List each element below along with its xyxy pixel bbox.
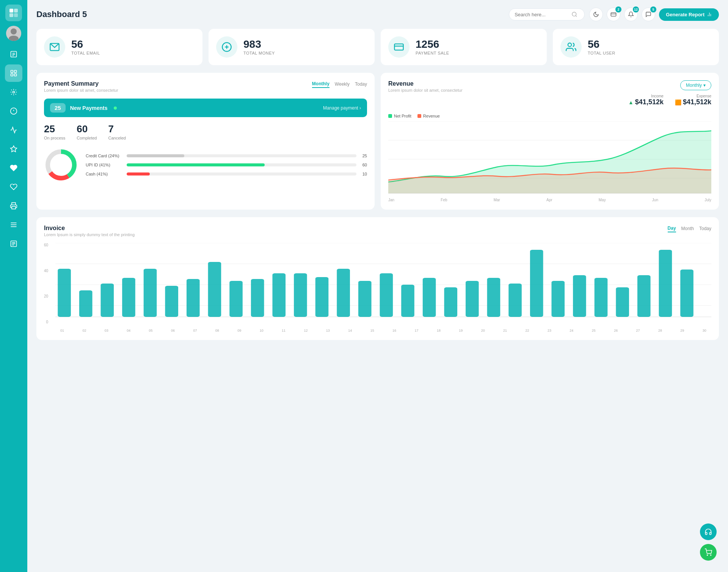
- sidebar-item-favorites[interactable]: [5, 140, 22, 158]
- metrics-row: 25 On process 60 Completed 7 Canceled: [44, 123, 367, 140]
- invoice-tab-today[interactable]: Today: [699, 225, 711, 232]
- svg-marker-18: [11, 146, 17, 152]
- svg-rect-72: [444, 287, 457, 317]
- svg-rect-62: [229, 281, 243, 317]
- invoice-chart-wrapper: 60 40 20 0: [44, 243, 711, 332]
- svg-rect-79: [595, 278, 608, 317]
- invoice-subtitle: Lorem Ipsum is simply dummy text of the …: [44, 232, 135, 237]
- cash-fill: [127, 172, 150, 176]
- email-icon: [44, 36, 65, 58]
- search-input[interactable]: [515, 12, 571, 17]
- cart-float-button[interactable]: [700, 544, 717, 561]
- headset-icon: [704, 528, 712, 536]
- svg-rect-75: [508, 284, 522, 317]
- svg-point-5: [9, 36, 19, 41]
- invoice-chart-svg: [55, 243, 711, 326]
- chat-button[interactable]: 5: [642, 8, 655, 21]
- svg-rect-76: [530, 250, 543, 317]
- cash-value: 10: [359, 172, 367, 176]
- new-payments-count: 25: [50, 103, 66, 113]
- svg-rect-61: [208, 262, 221, 317]
- svg-rect-57: [122, 278, 135, 317]
- wallet-icon: [610, 11, 617, 17]
- sidebar-item-settings[interactable]: [5, 83, 22, 101]
- search-bar[interactable]: [509, 8, 585, 20]
- svg-point-85: [711, 555, 711, 556]
- revenue-monthly-dropdown[interactable]: Monthly ▾: [680, 80, 711, 90]
- header: Dashboard 5 2 12 5 Generate Report: [36, 8, 719, 21]
- bar-row-credit: Credit Card (24%) 25: [86, 154, 367, 158]
- bar-row-cash: Cash (41%) 10: [86, 172, 367, 176]
- bell-button[interactable]: 12: [624, 8, 638, 21]
- generate-report-button[interactable]: Generate Report: [659, 8, 719, 21]
- payment-summary-title: Payment Summary: [44, 80, 118, 87]
- payment-label: PAYMENT SALE: [416, 51, 449, 55]
- payment-summary-subtitle: Lorem ipsum dolor sit amet, consectetur: [44, 88, 118, 92]
- sidebar-item-info[interactable]: [5, 102, 22, 120]
- svg-point-4: [11, 28, 17, 34]
- money-label: TOTAL MONEY: [243, 51, 275, 55]
- sidebar-item-list[interactable]: [5, 235, 22, 252]
- svg-rect-70: [401, 285, 414, 317]
- theme-toggle-button[interactable]: [589, 8, 603, 21]
- svg-rect-69: [380, 273, 393, 317]
- svg-rect-64: [272, 273, 286, 317]
- payment-bars: Credit Card (24%) 25 UPI ID (41%) 60: [86, 154, 367, 176]
- revenue-card: Revenue Lorem ipsum dolor sit amet, cons…: [381, 73, 719, 210]
- sidebar-item-menu[interactable]: [5, 216, 22, 234]
- metric-canceled: 7 Canceled: [108, 123, 126, 140]
- svg-rect-0: [9, 9, 13, 13]
- svg-rect-11: [14, 71, 17, 73]
- legend-net-profit: Net Profit: [388, 114, 411, 118]
- money-count: 983: [243, 39, 275, 50]
- expense-icon: 🟧: [675, 99, 681, 105]
- wallet-button[interactable]: 2: [607, 8, 620, 21]
- stat-card-money: 983 TOTAL MONEY: [209, 29, 375, 65]
- user-count: 56: [588, 39, 615, 50]
- bar-chart-icon: [707, 12, 712, 17]
- page-title: Dashboard 5: [36, 9, 509, 19]
- avatar[interactable]: [6, 26, 21, 41]
- tab-today[interactable]: Today: [355, 80, 367, 88]
- sidebar-item-print[interactable]: [5, 197, 22, 215]
- svg-rect-71: [423, 278, 436, 317]
- payment-icon: [388, 36, 410, 58]
- tab-monthly[interactable]: Monthly: [312, 80, 329, 88]
- svg-rect-80: [616, 287, 629, 317]
- svg-rect-66: [315, 277, 329, 317]
- credit-value: 25: [359, 154, 367, 158]
- invoice-card: Invoice Lorem Ipsum is simply dummy text…: [36, 217, 719, 340]
- chevron-down-icon: ▾: [703, 83, 706, 88]
- svg-rect-65: [294, 273, 307, 317]
- invoice-tab-month[interactable]: Month: [681, 225, 694, 232]
- svg-rect-3: [14, 13, 18, 17]
- upi-track: [127, 163, 356, 166]
- manage-payment-link[interactable]: Manage payment ›: [323, 105, 361, 111]
- sidebar-item-analytics[interactable]: [5, 121, 22, 139]
- credit-fill: [127, 154, 184, 157]
- invoice-tab-day[interactable]: Day: [668, 225, 676, 232]
- support-float-button[interactable]: [700, 523, 717, 540]
- chat-badge: 5: [650, 6, 656, 13]
- upi-fill: [127, 163, 265, 166]
- sidebar-item-dashboard[interactable]: [5, 64, 22, 82]
- svg-rect-68: [358, 281, 372, 317]
- sidebar-item-documents[interactable]: [5, 45, 22, 63]
- svg-rect-13: [14, 74, 17, 76]
- new-payments-label: New Payments: [70, 105, 108, 111]
- search-icon: [571, 11, 577, 17]
- user-icon: [560, 36, 582, 58]
- user-label: TOTAL USER: [588, 51, 615, 55]
- svg-rect-63: [251, 279, 264, 317]
- svg-rect-10: [11, 71, 13, 73]
- revenue-chart-container: Jan Feb Mar Apr May Jun July: [388, 121, 711, 202]
- sidebar-item-heart[interactable]: [5, 159, 22, 177]
- sidebar-item-heart-outline[interactable]: [5, 178, 22, 196]
- tab-weekly[interactable]: Weekly: [335, 80, 350, 88]
- stat-card-payment: 1256 PAYMENT SALE: [381, 29, 547, 65]
- sidebar-logo[interactable]: [5, 5, 22, 21]
- new-payments-dot: [114, 107, 117, 110]
- income-item: Income ▲ $41,512k: [628, 94, 664, 106]
- invoice-title: Invoice: [44, 225, 135, 232]
- svg-rect-78: [573, 275, 586, 317]
